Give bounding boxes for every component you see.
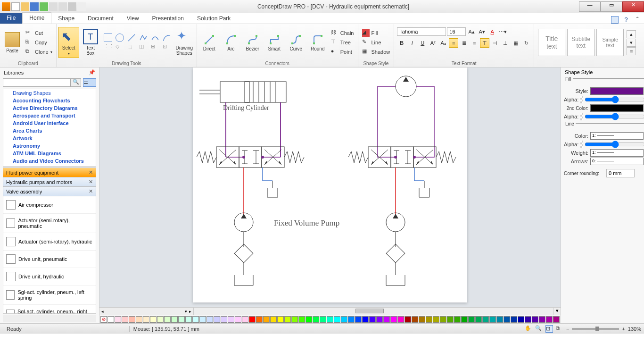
styles-down-button[interactable]: ▾	[627, 39, 636, 47]
palette-swatch[interactable]	[171, 316, 178, 323]
second-alpha-slider[interactable]	[585, 114, 644, 119]
list-item[interactable]: Drive unit, hydraulic	[3, 268, 96, 285]
tool-edit4-icon[interactable]: ◫	[139, 43, 148, 52]
styles-more-button[interactable]: ≡	[627, 47, 636, 55]
tool-edit2-icon[interactable]: ◇	[116, 43, 124, 52]
line-color-select[interactable]: 1: ————	[590, 132, 644, 140]
palette-swatch[interactable]	[305, 316, 312, 323]
list-item[interactable]: Actuator (semi-rotary), hydraulic	[3, 233, 96, 251]
page-next-icon[interactable]: ▸	[189, 309, 191, 314]
palette-swatch[interactable]	[327, 316, 333, 323]
second-color-well[interactable]	[590, 104, 644, 112]
library-items[interactable]: Air compressor Actuator (semi-rotary), p…	[3, 196, 96, 314]
canvas-page[interactable]: Drifting Cylinder Fixed Volume Pump	[193, 67, 467, 302]
library-tree[interactable]: Drawing Shapes Accounting Flowcharts Act…	[3, 89, 96, 167]
palette-swatch[interactable]	[256, 316, 263, 323]
zoom-slider[interactable]	[572, 328, 619, 330]
text-more-button[interactable]: ⋯▾	[498, 27, 507, 36]
vscroll-down-icon[interactable]: ▾	[553, 308, 561, 315]
zoom-out-button[interactable]: −	[566, 326, 569, 332]
styles-up-button[interactable]: ▴	[627, 30, 636, 38]
palette-swatch[interactable]	[412, 316, 418, 323]
tree-active-directory[interactable]: Active Directory Diagrams	[3, 104, 96, 112]
clone-button[interactable]: ⧉Clone▾	[24, 47, 54, 57]
canvas-scrollbars[interactable]: ◂ ▾ ▸ ▾	[99, 307, 561, 315]
close-tab-icon[interactable]: ✕	[89, 169, 93, 176]
palette-swatch[interactable]	[546, 316, 553, 323]
corner-rounding-input[interactable]	[606, 169, 635, 177]
palette-swatch[interactable]	[122, 316, 128, 323]
palette-swatch[interactable]	[348, 316, 355, 323]
clipboard-panel-icon[interactable]	[611, 16, 619, 24]
list-item[interactable]: Drive unit, pneumatic	[3, 251, 96, 268]
palette-swatch[interactable]	[192, 316, 199, 323]
maximize-button[interactable]: ▭	[601, 1, 622, 12]
palette-swatch[interactable]	[355, 316, 362, 323]
palette-swatch[interactable]	[214, 316, 220, 323]
palette-swatch[interactable]	[320, 316, 326, 323]
palette-swatch[interactable]	[263, 316, 270, 323]
palette-swatch[interactable]	[242, 316, 248, 323]
qat-undo-icon[interactable]	[49, 2, 58, 11]
copy-button[interactable]: ⎘Copy	[24, 38, 54, 47]
align-right-button[interactable]: ≡	[470, 38, 479, 48]
qat-new-icon[interactable]	[11, 2, 20, 11]
palette-swatch[interactable]	[482, 316, 489, 323]
close-button[interactable]: ✕	[622, 1, 644, 12]
palette-swatch[interactable]	[221, 316, 227, 323]
decrease-font-button[interactable]: A▾	[477, 27, 487, 36]
palette-nopaint-icon[interactable]: ⊘	[100, 316, 107, 323]
list-item[interactable]: Air compressor	[3, 196, 96, 214]
tree-drawing-shapes[interactable]: Drawing Shapes	[3, 89, 96, 97]
tab-presentation[interactable]: Presentation	[146, 13, 190, 24]
zoom-selection-icon[interactable]: ⧉	[556, 325, 563, 333]
palette-swatch[interactable]	[313, 316, 319, 323]
font-color-button[interactable]: A	[487, 27, 497, 36]
palette-swatch[interactable]	[397, 316, 404, 323]
tool-edit5-icon[interactable]: ⊞	[151, 43, 159, 52]
tab-shape[interactable]: Shape	[51, 13, 81, 24]
tree-astronomy[interactable]: Astronomy	[3, 142, 96, 150]
tab-document[interactable]: Document	[81, 13, 120, 24]
palette-swatch[interactable]	[235, 316, 241, 323]
connector-curve-button[interactable]: Curve	[286, 27, 306, 58]
search-button[interactable]: 🔍	[71, 78, 81, 87]
palette-swatch[interactable]	[504, 316, 510, 323]
palette-swatch[interactable]	[136, 316, 142, 323]
palette-swatch[interactable]	[150, 316, 157, 323]
palette-swatch[interactable]	[518, 316, 524, 323]
lib-tab-fluid-power[interactable]: Fluid power equipment✕	[3, 168, 96, 177]
palette-swatch[interactable]	[426, 316, 432, 323]
text-bg-button[interactable]: ▦	[511, 38, 520, 48]
palette-swatch[interactable]	[511, 316, 517, 323]
line-button[interactable]: ✎Line	[360, 38, 392, 47]
palette-swatch[interactable]	[334, 316, 340, 323]
connector-smart-button[interactable]: Smart	[264, 27, 285, 58]
style-simple-button[interactable]: Simple text	[596, 29, 624, 56]
libraries-hscroll[interactable]	[3, 315, 96, 322]
zoom-icon[interactable]: 🔍	[535, 325, 543, 333]
palette-swatch[interactable]	[298, 316, 305, 323]
tab-solution-park[interactable]: Solution Park	[190, 13, 237, 24]
palette-swatch[interactable]	[341, 316, 347, 323]
tool-rect-icon[interactable]	[104, 34, 112, 42]
qat-redo-icon[interactable]	[58, 2, 67, 11]
align-middle-button[interactable]: ⊣	[490, 38, 500, 48]
connector-round-button[interactable]: Round	[307, 27, 328, 58]
palette-swatch[interactable]	[291, 316, 298, 323]
font-size-select[interactable]	[447, 27, 466, 36]
page-prev-icon[interactable]: ◂	[101, 309, 104, 314]
text-rotate-button[interactable]: ↻	[521, 38, 531, 48]
qat-save-icon[interactable]	[30, 2, 39, 11]
hscrollbar[interactable]	[194, 308, 553, 315]
palette-swatch[interactable]	[383, 316, 390, 323]
library-view-button[interactable]: ☰	[83, 78, 96, 87]
align-center-button[interactable]: ≣	[459, 38, 469, 48]
tool-edit1-icon[interactable]: ⋮⋮	[104, 43, 112, 52]
cut-button[interactable]: ✂Cut	[24, 28, 54, 38]
line-alpha-slider[interactable]	[585, 142, 644, 147]
list-item[interactable]: Sgl-act. cylinder, pneum., left spring	[3, 285, 96, 305]
palette-swatch[interactable]	[553, 316, 560, 323]
palette-swatch[interactable]	[178, 316, 185, 323]
connector-bezier-button[interactable]: Bezier	[242, 27, 263, 58]
